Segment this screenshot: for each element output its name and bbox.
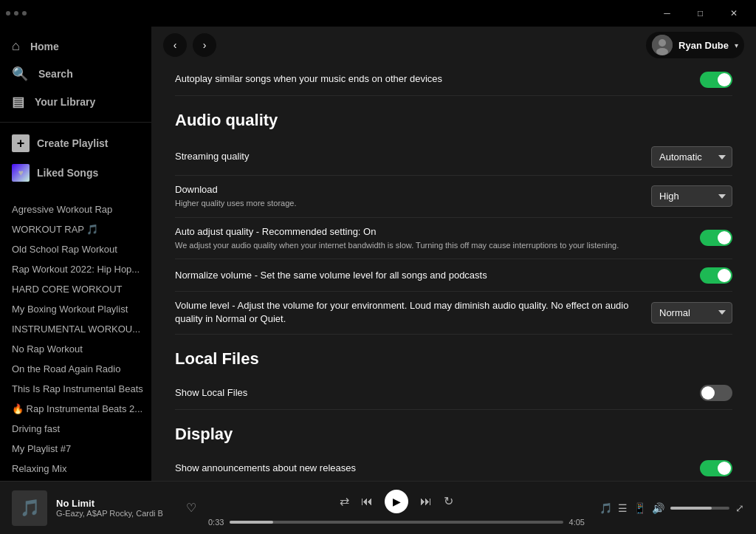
repeat-button[interactable]: ↻ xyxy=(444,494,453,508)
maximize-button[interactable]: □ xyxy=(684,0,717,27)
sidebar-item-search[interactable]: 🔍 Search xyxy=(0,60,151,88)
create-playlist-item[interactable]: + Create Playlist xyxy=(12,129,140,158)
liked-songs-item[interactable]: ♥ Liked Songs xyxy=(12,158,140,188)
lyrics-button[interactable]: 🎵 xyxy=(599,502,612,514)
sidebar-playlist-item[interactable]: This Is Rap Instrumental Beats xyxy=(0,379,151,399)
announcements-toggle[interactable] xyxy=(700,460,732,476)
download-quality-select[interactable]: High Low Normal Very High xyxy=(651,185,732,207)
now-playing-right: 🎵 ☰ 📱 🔊 ⤢ xyxy=(597,502,744,514)
main-header: ‹ › Ryan Dube ▾ xyxy=(151,27,756,64)
sidebar-item-library[interactable]: ▤ Your Library xyxy=(0,88,151,116)
play-pause-button[interactable]: ▶ xyxy=(385,490,408,513)
create-playlist-label: Create Playlist xyxy=(37,137,109,149)
fullscreen-button[interactable]: ⤢ xyxy=(735,502,744,514)
normalize-volume-label: Normalize volume - Set the same volume l… xyxy=(175,269,700,282)
local-files-title: Local Files xyxy=(175,349,732,369)
download-quality-label: Download Higher quality uses more storag… xyxy=(175,183,651,210)
normalize-toggle[interactable] xyxy=(700,267,732,284)
heart-button[interactable]: ♡ xyxy=(186,501,196,515)
display-title: Display xyxy=(175,425,732,444)
volume-level-row: Volume level - Adjust the volume for you… xyxy=(175,292,732,334)
volume-fill xyxy=(670,507,712,510)
track-info: No Limit G-Eazy, A$AP Rocky, Cardi B xyxy=(56,498,177,518)
announcements-label: Show announcements about new releases xyxy=(175,462,700,475)
home-icon: ⌂ xyxy=(12,38,20,54)
shuffle-button[interactable]: ⇄ xyxy=(340,494,349,508)
toggle-thumb xyxy=(718,269,731,282)
sidebar-playlist-item[interactable]: My Playlist #7 xyxy=(0,439,151,459)
queue-button[interactable]: ☰ xyxy=(618,502,628,514)
sidebar: ⌂ Home 🔍 Search ▤ Your Library + Create … xyxy=(0,27,151,481)
auto-adjust-toggle[interactable] xyxy=(700,230,732,246)
sidebar-playlist-item[interactable]: My Boxing Workout Playlist xyxy=(0,299,151,319)
show-local-files-row: Show Local Files xyxy=(175,377,732,410)
auto-adjust-label: Auto adjust quality - Recommended settin… xyxy=(175,225,700,252)
autoplay-row: Autoplay similar songs when your music e… xyxy=(175,64,732,96)
sidebar-playlist-item[interactable]: HARD CORE WORKOUT xyxy=(0,279,151,299)
volume-level-select[interactable]: Normal Quiet Loud xyxy=(651,302,732,324)
settings-scroll[interactable]: Autoplay similar songs when your music e… xyxy=(151,64,756,481)
toggle-thumb xyxy=(718,462,731,475)
liked-songs-icon: ♥ xyxy=(12,164,30,182)
autoplay-label: Autoplay similar songs when your music e… xyxy=(175,72,700,86)
liked-songs-label: Liked Songs xyxy=(37,167,98,179)
sidebar-playlist-item[interactable]: INSTRUMENTAL WORKOU... xyxy=(0,319,151,339)
sidebar-library: Agressive Workout RapWORKOUT RAP 🎵Old Sc… xyxy=(0,194,151,481)
sidebar-nav: ⌂ Home 🔍 Search ▤ Your Library xyxy=(0,27,151,122)
progress-bar-area: 0:33 4:05 xyxy=(208,518,585,527)
devices-button[interactable]: 📱 xyxy=(633,502,646,514)
library-icon: ▤ xyxy=(12,94,24,110)
create-playlist-icon: + xyxy=(12,134,30,152)
user-profile[interactable]: Ryan Dube ▾ xyxy=(646,32,744,58)
autoplay-toggle[interactable] xyxy=(700,72,732,88)
titlebar: ─ □ ✕ xyxy=(0,0,756,27)
svg-point-1 xyxy=(659,39,666,47)
volume-bar[interactable] xyxy=(670,507,729,510)
streaming-quality-label: Streaming quality xyxy=(175,150,651,163)
playback-controls: ⇄ ⏮ ▶ ⏭ ↻ xyxy=(340,490,453,513)
volume-level-label: Volume level - Adjust the volume for you… xyxy=(175,299,651,326)
sidebar-playlist-item[interactable]: No Rap Workout xyxy=(0,339,151,359)
toggle-thumb xyxy=(701,386,715,400)
progress-bar[interactable] xyxy=(230,521,563,524)
download-quality-row: Download Higher quality uses more storag… xyxy=(175,176,732,218)
next-button[interactable]: ⏭ xyxy=(420,495,432,508)
sidebar-item-label: Your Library xyxy=(35,96,95,108)
sidebar-playlist-item[interactable]: Rap Workout 2022: Hip Hop... xyxy=(0,259,151,279)
track-artist: G-Eazy, A$AP Rocky, Cardi B xyxy=(56,509,177,518)
nav-arrows: ‹ › xyxy=(163,33,216,57)
previous-button[interactable]: ⏮ xyxy=(361,495,373,508)
svg-point-2 xyxy=(656,48,668,55)
auto-adjust-row: Auto adjust quality - Recommended settin… xyxy=(175,218,732,260)
progress-fill xyxy=(230,521,273,524)
sidebar-item-label: Home xyxy=(30,41,59,52)
sidebar-playlist-item[interactable]: 🔥 Rap Instrumental Beats 2... xyxy=(0,399,151,419)
close-button[interactable]: ✕ xyxy=(717,0,750,27)
back-button[interactable]: ‹ xyxy=(163,33,187,57)
show-local-files-label: Show Local Files xyxy=(175,386,700,400)
sidebar-playlist-item[interactable]: On the Road Again Radio xyxy=(0,359,151,379)
time-current: 0:33 xyxy=(208,518,224,527)
sidebar-playlist-item[interactable]: Old School Rap Workout xyxy=(0,239,151,259)
sidebar-playlist-item[interactable]: Agressive Workout Rap xyxy=(0,199,151,219)
now-playing-bar: 🎵 No Limit G-Eazy, A$AP Rocky, Cardi B ♡… xyxy=(0,481,756,534)
track-name: No Limit xyxy=(56,498,177,509)
avatar xyxy=(652,35,673,55)
normalize-volume-row: Normalize volume - Set the same volume l… xyxy=(175,259,732,292)
sidebar-item-home[interactable]: ⌂ Home xyxy=(0,32,151,60)
sidebar-playlist-item[interactable]: Driving fast xyxy=(0,419,151,439)
sidebar-playlist-item[interactable]: WORKOUT RAP 🎵 xyxy=(0,219,151,239)
time-total: 4:05 xyxy=(569,518,585,527)
show-local-files-toggle[interactable] xyxy=(700,385,732,401)
app-body: ⌂ Home 🔍 Search ▤ Your Library + Create … xyxy=(0,27,756,481)
streaming-quality-row: Streaming quality Automatic Low Normal H… xyxy=(175,139,732,176)
volume-button[interactable]: 🔊 xyxy=(652,502,664,514)
titlebar-dot xyxy=(14,11,18,16)
titlebar-controls: ─ □ ✕ xyxy=(650,0,750,27)
sidebar-playlist-item[interactable]: Relaxing Mix xyxy=(0,459,151,479)
minimize-button[interactable]: ─ xyxy=(650,0,684,27)
streaming-quality-select[interactable]: Automatic Low Normal High Very High xyxy=(651,146,732,168)
forward-button[interactable]: › xyxy=(193,33,216,57)
user-name: Ryan Dube xyxy=(678,40,729,51)
now-playing-center: ⇄ ⏮ ▶ ⏭ ↻ 0:33 4:05 xyxy=(208,490,585,527)
